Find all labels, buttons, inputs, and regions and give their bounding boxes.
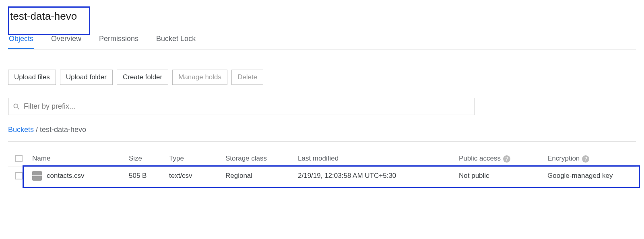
upload-files-button[interactable]: Upload files: [8, 70, 56, 85]
col-storage-class: Storage class: [225, 155, 298, 163]
breadcrumb-current: test-data-hevo: [40, 126, 86, 134]
svg-point-0: [14, 104, 18, 108]
breadcrumb: Buckets / test-data-hevo: [8, 126, 636, 142]
table-row[interactable]: contacts.csv 505 B text/csv Regional 2/1…: [8, 167, 636, 185]
upload-folder-button[interactable]: Upload folder: [60, 70, 113, 85]
svg-line-1: [18, 107, 19, 109]
col-last-modified: Last modified: [298, 155, 459, 163]
filter-box[interactable]: [8, 98, 475, 115]
breadcrumb-root-link[interactable]: Buckets: [8, 126, 34, 134]
col-size: Size: [129, 155, 169, 163]
cell-name[interactable]: contacts.csv: [32, 171, 129, 181]
select-all-checkbox[interactable]: [15, 155, 23, 162]
tab-bucket-lock[interactable]: Bucket Lock: [155, 31, 196, 49]
filter-input[interactable]: [21, 101, 471, 112]
col-encryption: Encryption?: [547, 155, 644, 163]
cell-type: text/csv: [169, 172, 225, 180]
tab-bar: Objects Overview Permissions Bucket Lock: [8, 31, 636, 49]
search-icon: [12, 103, 21, 111]
create-folder-button[interactable]: Create folder: [117, 70, 168, 85]
row-checkbox[interactable]: [15, 172, 23, 179]
tab-permissions[interactable]: Permissions: [98, 31, 139, 49]
cell-storage-class: Regional: [225, 172, 298, 180]
file-icon: [32, 171, 42, 181]
col-public-access: Public access?: [459, 155, 547, 163]
help-icon[interactable]: ?: [503, 155, 510, 163]
file-name-label: contacts.csv: [47, 172, 85, 180]
col-name: Name: [32, 155, 129, 163]
bucket-title-highlight: test-data-hevo: [8, 6, 90, 35]
col-type: Type: [169, 155, 225, 163]
toolbar: Upload files Upload folder Create folder…: [8, 70, 636, 85]
delete-button[interactable]: Delete: [231, 70, 263, 85]
manage-holds-button[interactable]: Manage holds: [172, 70, 227, 85]
cell-encryption: Google-managed key: [547, 172, 644, 180]
cell-size: 505 B: [129, 172, 169, 180]
cell-last-modified: 2/19/19, 12:03:58 AM UTC+5:30: [298, 172, 459, 180]
help-icon[interactable]: ?: [582, 155, 589, 163]
bucket-title: test-data-hevo: [10, 10, 77, 23]
cell-public-access: Not public: [459, 172, 547, 180]
objects-table: Name Size Type Storage class Last modifi…: [8, 150, 636, 185]
breadcrumb-separator: /: [34, 126, 40, 134]
table-header-row: Name Size Type Storage class Last modifi…: [8, 150, 636, 167]
